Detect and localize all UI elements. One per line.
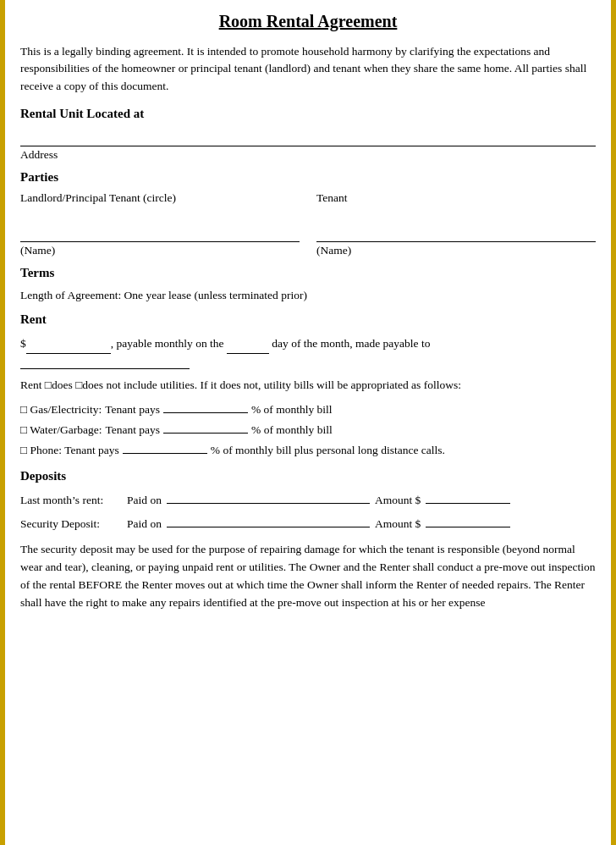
last-months-paid-on: Paid on (127, 490, 162, 511)
last-months-amount-label: Amount $ (375, 490, 421, 511)
right-accent-border (611, 0, 616, 845)
security-deposit-row: Security Deposit: Paid on Amount $ (20, 514, 596, 534)
last-months-rent-row: Last month’s rent: Paid on Amount $ (20, 490, 596, 511)
last-months-amount-blank[interactable] (426, 490, 510, 504)
water-checkbox: □ Water/Garbage: (20, 421, 102, 440)
parties-name-row: (Name) (Name) (20, 225, 596, 257)
document-title: Room Rental Agreement (20, 12, 596, 31)
rental-unit-heading: Rental Unit Located at (20, 107, 596, 121)
tenant-name-label: (Name) (316, 244, 596, 257)
security-deposit-text: The security deposit may be used for the… (20, 541, 596, 612)
rent-heading: Rent (20, 312, 596, 327)
landlord-name-label: (Name) (20, 244, 300, 257)
tenant-name-col: (Name) (316, 225, 596, 257)
rent-line-text: , payable monthly on the (111, 337, 227, 350)
payable-to-line[interactable] (20, 356, 190, 369)
dollar-sign: $ (20, 337, 26, 350)
last-months-paid-date-blank[interactable] (167, 490, 370, 504)
parties-heading: Parties (20, 170, 596, 185)
gas-suffix: % of monthly bill (251, 400, 333, 420)
gas-electricity-item: □ Gas/Electricity: Tenant pays % of mont… (20, 400, 596, 420)
gas-percent-blank[interactable] (163, 400, 248, 413)
intro-paragraph: This is a legally binding agreement. It … (20, 43, 596, 95)
parties-header-row: Landlord/Principal Tenant (circle) Tenan… (20, 191, 596, 222)
utilities-text: Rent □does □does not include utilities. … (20, 376, 596, 395)
phone-suffix: % of monthly bill plus personal long dis… (211, 441, 445, 461)
security-paid-date-blank[interactable] (167, 514, 370, 527)
address-label: Address (20, 148, 596, 162)
landlord-name-line[interactable] (20, 225, 300, 242)
address-field-line[interactable] (20, 128, 596, 146)
landlord-name-col: (Name) (20, 225, 300, 257)
gas-checkbox: □ Gas/Electricity: (20, 400, 102, 420)
water-suffix: % of monthly bill (251, 421, 333, 440)
security-amount-blank[interactable] (426, 514, 510, 527)
landlord-column: Landlord/Principal Tenant (circle) (20, 191, 300, 222)
rent-line-text2: day of the month, made payable to (269, 337, 430, 350)
document-content: Room Rental Agreement This is a legally … (5, 0, 611, 845)
landlord-header: Landlord/Principal Tenant (circle) (20, 191, 300, 205)
security-paid-on: Paid on (127, 514, 162, 534)
security-deposit-label: Security Deposit: (20, 514, 122, 534)
phone-percent-blank[interactable] (123, 440, 207, 454)
security-amount-label: Amount $ (375, 514, 421, 534)
water-garbage-item: □ Water/Garbage: Tenant pays % of monthl… (20, 420, 596, 440)
water-tenant-pays: Tenant pays (105, 421, 160, 440)
tenant-header: Tenant (316, 191, 596, 205)
terms-heading: Terms (20, 266, 596, 280)
phone-checkbox: □ Phone: Tenant pays (20, 441, 119, 461)
rent-day-blank[interactable] (227, 340, 269, 354)
rent-payment-line: $, payable monthly on the day of the mon… (20, 334, 596, 354)
tenant-name-line[interactable] (316, 225, 596, 242)
phone-item: □ Phone: Tenant pays % of monthly bill p… (20, 440, 596, 461)
water-percent-blank[interactable] (163, 420, 248, 434)
last-months-rent-label: Last month’s rent: (20, 490, 122, 511)
deposits-rows: Last month’s rent: Paid on Amount $ Secu… (20, 490, 596, 535)
tenant-column: Tenant (316, 191, 596, 222)
rent-amount-blank[interactable] (26, 340, 111, 354)
terms-length-text: Length of Agreement: One year lease (unl… (20, 287, 596, 304)
gas-tenant-pays: Tenant pays (105, 400, 160, 420)
deposits-heading: Deposits (20, 469, 596, 483)
